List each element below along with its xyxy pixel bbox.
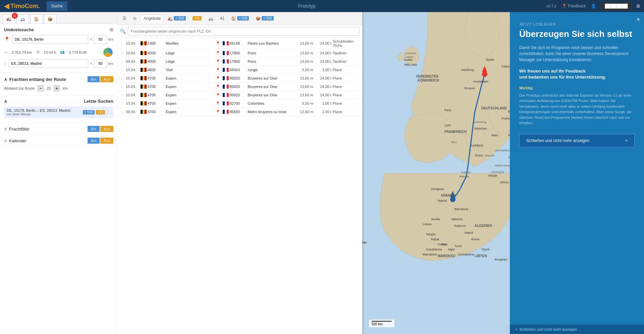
recent-title: ∧ Letzte Suchen	[4, 99, 113, 104]
to-plz-5: 95820	[230, 85, 247, 89]
tab-house[interactable]: 🏠	[30, 14, 43, 23]
tab-package[interactable]: 📦	[44, 14, 56, 23]
recent-badge-new: +11	[96, 110, 105, 114]
to-city-5: Bruyeres sur Oise	[248, 85, 296, 89]
arrow-8: 📍	[215, 110, 221, 114]
table-row[interactable]: ☆ 09.04. 4000 Liège 📍 17800 Pons 13,60 m…	[117, 57, 362, 66]
distance-decrease-button[interactable]: −	[37, 85, 44, 92]
route-distance: 2.315,79 km	[12, 50, 32, 54]
svg-text:Liverpool: Liverpool	[405, 52, 416, 55]
route-aus-button[interactable]: Aus	[100, 76, 113, 82]
svg-text:Torino: Torino	[475, 154, 483, 157]
star-button-6[interactable]: ☆	[120, 92, 124, 98]
recent-item[interactable]: DE, 10178, Berlin – ES, 28013, Madrid vo…	[4, 106, 113, 118]
calendar-aus-button[interactable]: Aus	[100, 138, 113, 144]
from-flag-7	[141, 101, 147, 105]
route-distance-icon: ↔	[4, 50, 8, 54]
type-5: Plane	[333, 85, 360, 89]
panel-close-button[interactable]: ×	[636, 16, 640, 23]
settings-icon[interactable]: ⊞	[110, 27, 113, 32]
size-0: 13,60 m	[297, 41, 313, 45]
tc-logo-icon: ◀	[4, 2, 9, 10]
size-4: 13,60 m	[297, 76, 313, 80]
from-city-1: Liège	[166, 51, 213, 55]
svg-text:Casablanca: Casablanca	[426, 248, 442, 251]
filter-aus-button[interactable]: Aus	[100, 126, 113, 132]
table-row[interactable]: ☆ 09.04. 4700 Eupen 📍 95820 Metro bruyer…	[117, 108, 362, 116]
to-flag-3	[223, 68, 229, 72]
star-button-1[interactable]: ☆	[120, 50, 124, 56]
freight-tab-truck[interactable]: 🚛 > 500	[165, 15, 188, 22]
from-km-input[interactable]	[94, 35, 107, 44]
date-6: 10.04.	[126, 93, 139, 97]
clear-from-button[interactable]: ×	[90, 37, 92, 42]
freight-tab-package[interactable]: 📦 > 500	[253, 15, 276, 22]
tab-van[interactable]: 🚐	[16, 14, 29, 23]
feedback-button[interactable]: 📍 Feedback	[562, 4, 586, 8]
svg-text:Berlin: Berlin	[486, 58, 494, 61]
table-row[interactable]: ☆ 10.04. 4000 Liège 📍 17800 Pons 13,60 m…	[117, 49, 362, 57]
to-location-input[interactable]	[9, 59, 88, 68]
from-km-label: km	[108, 37, 113, 41]
star-button-0[interactable]: ☆	[120, 41, 124, 46]
star-button-4[interactable]: ☆	[120, 76, 124, 81]
map-scale: 500 km	[369, 320, 394, 327]
svg-text:London: London	[405, 55, 414, 58]
calendar-row: ∨ Kalender Ein Aus	[4, 138, 113, 144]
route-stats-row: ↔ 2.315,79 km ⏱ 19:43 h 💶 2.779 EUR	[4, 46, 113, 59]
star-button-5[interactable]: ☆	[120, 84, 124, 89]
table-row[interactable]: ☆ 10.04. 4700 Eupen 📍 95820 Bruyeres sur…	[117, 91, 362, 99]
calendar-ein-button[interactable]: Ein	[88, 138, 100, 144]
svg-text:Dublin: Dublin	[404, 58, 413, 61]
from-flag-8	[141, 110, 147, 114]
arrow-6: 📍	[215, 93, 221, 97]
arrow-3: 📍	[215, 68, 221, 72]
map-area[interactable]: Hamburg Berlin Amsterdam Brussel Dublin …	[362, 12, 510, 334]
filter-section: ∨ Frachtfilter Ein Aus	[0, 123, 117, 135]
recent-star-button[interactable]: ☆	[106, 110, 111, 115]
count-41-label: 41	[220, 16, 224, 21]
freight-tab-41[interactable]: 41	[217, 15, 227, 22]
route-ein-button[interactable]: Ein	[88, 76, 100, 82]
from-location-input[interactable]	[12, 35, 88, 44]
table-row[interactable]: ☆ 10.04. 4700 Eupen 📍 95820 Bruyeres sur…	[117, 83, 362, 91]
freight-package-icon: 📦	[256, 16, 261, 21]
calendar-title: ∨ Kalender	[4, 138, 26, 143]
table-row[interactable]: ☆ 10.04. 1400 Nivelles 📍 59148 Flines-Le…	[117, 38, 362, 49]
star-button-7[interactable]: ☆	[120, 101, 124, 106]
bottom-close-bar[interactable]: × Schließen und nicht mehr anzeigen	[510, 325, 644, 334]
star-button-3[interactable]: ☆	[120, 67, 124, 73]
filter-ein-button[interactable]: Ein	[88, 126, 100, 132]
svg-text:LIBYEN: LIBYEN	[475, 254, 487, 258]
menu-icon[interactable]: ≡	[636, 3, 640, 10]
freight-tab-house[interactable]: 🏠 > 500	[228, 15, 252, 22]
svg-text:Biskaya: Biskaya	[460, 175, 469, 178]
distance-increase-button[interactable]: +	[53, 85, 60, 92]
from-city-6: Eupen	[166, 93, 213, 97]
search-button[interactable]: Suche	[47, 1, 67, 11]
freight-search-input[interactable]	[128, 27, 360, 36]
close-and-hide-button[interactable]: Schließen und nicht mehr anzeigen ×	[519, 134, 635, 147]
clear-to-button[interactable]: ×	[90, 61, 92, 66]
freight-tab-van[interactable]: 🚐	[206, 15, 216, 22]
truck-badge: > 500	[174, 16, 185, 20]
freight-tab-circle[interactable]: ⊙	[130, 15, 139, 22]
to-km-input[interactable]	[94, 59, 107, 68]
left-tab-bar: 🚛 11 🚐 🏠 📦	[0, 12, 117, 24]
to-plz-2: 17800	[230, 59, 247, 63]
svg-text:Amsterdam: Amsterdam	[473, 80, 488, 83]
table-row[interactable]: ☆ 10.04. 4600 Visé 📍 94564 rungis 3,00 m…	[117, 66, 362, 74]
svg-text:ITALIEN: ITALIEN	[485, 154, 495, 157]
star-button-8[interactable]: ☆	[120, 109, 124, 114]
version-label: v0.7.2	[546, 4, 556, 8]
table-row[interactable]: ☆ 10.04. 4700 Eupen 📍 95820 Bruyeres sur…	[117, 74, 362, 83]
freight-tab-menu[interactable]: ☰	[120, 15, 129, 22]
filter-row: ∨ Frachtfilter Ein Aus	[4, 126, 113, 132]
type-7: Plane	[333, 101, 360, 105]
to-flag-6	[223, 93, 229, 97]
table-row[interactable]: ☆ 10.04. 4700 Eupen 📍 92700 Colombes 3,0…	[117, 99, 362, 108]
freight-tab-plus[interactable]: +11	[190, 15, 204, 22]
freight-tab-angebote[interactable]: Angebote	[141, 14, 164, 22]
star-button-2[interactable]: ☆	[120, 59, 124, 64]
user-display: ████████	[601, 2, 631, 10]
